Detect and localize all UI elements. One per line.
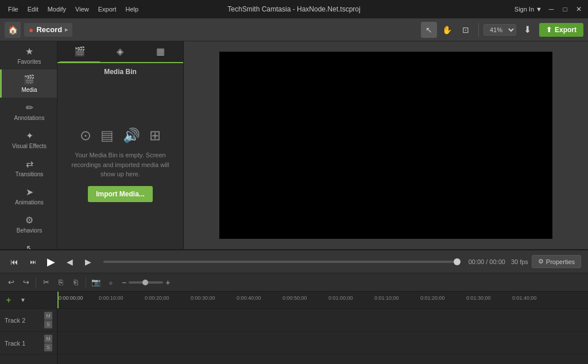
download-button[interactable]: ⬇ bbox=[520, 22, 536, 38]
step-back-button[interactable]: ⏭ bbox=[25, 254, 40, 269]
record-dot-icon: ● bbox=[29, 25, 33, 34]
record-button[interactable]: ● Record ▸ bbox=[24, 23, 72, 37]
ruler-mark-0: 0:00:00;00 bbox=[59, 295, 83, 301]
time-display: 00:00 / 00:00 bbox=[469, 258, 505, 265]
sidebar-item-label-transitions: Transitions bbox=[16, 171, 44, 177]
sidebar-item-behaviors[interactable]: ⚙ Behaviors bbox=[0, 210, 57, 238]
zoom-in-button[interactable]: + bbox=[165, 278, 170, 287]
sidebar-item-visual-effects[interactable]: ✦ Visual Effects bbox=[0, 126, 57, 154]
split-button[interactable]: ⬦ bbox=[105, 276, 117, 289]
favorites-icon: ★ bbox=[25, 46, 33, 57]
add-track-button[interactable]: + bbox=[2, 294, 15, 307]
empty-media-text: Your Media Bin is empty. Screen recordin… bbox=[69, 150, 172, 179]
annotations-icon: ✏ bbox=[26, 102, 33, 113]
media-panel: 🎬 ◈ ▦ Media Bin ⊙ ▤ 🔊 ⊞ Your Media Bin i… bbox=[57, 41, 184, 249]
ruler-mark-6: 0:01:00;00 bbox=[328, 295, 353, 301]
sidebar-item-media[interactable]: 🎬 Media bbox=[0, 69, 57, 98]
menu-edit[interactable]: Edit bbox=[24, 5, 42, 14]
fps-display: 30 fps bbox=[511, 258, 528, 265]
tl-sep-2 bbox=[86, 277, 86, 288]
minimize-button[interactable]: ─ bbox=[547, 5, 556, 14]
playback-bar: ⏮ ⏭ ▶ ◀ ▶ 00:00 / 00:00 30 fps ⚙ Propert… bbox=[0, 250, 588, 273]
window-title: TechSmith Camtasia - HaxNode.Net.tscproj bbox=[227, 5, 360, 13]
main-area: ★ Favorites 🎬 Media ✏ Annotations ✦ Visu… bbox=[0, 41, 588, 249]
sidebar-item-label-media: Media bbox=[21, 87, 37, 93]
ruler-mark-2: 0:00:20;00 bbox=[145, 295, 169, 301]
sidebar-item-transitions[interactable]: ⇄ Transitions bbox=[0, 154, 57, 182]
title-bar-controls: Sign In ▼ ─ □ ✕ bbox=[514, 5, 583, 14]
menu-export[interactable]: Export bbox=[95, 5, 120, 14]
sidebar-item-animations[interactable]: ➤ Animations bbox=[0, 182, 57, 210]
track-header-2: Track 2 M S bbox=[0, 309, 57, 332]
skip-back-button[interactable]: ⏮ bbox=[7, 254, 22, 269]
transitions-icon: ⇄ bbox=[26, 158, 33, 169]
track-1-mute[interactable]: M bbox=[44, 335, 52, 343]
track-1-solo[interactable]: S bbox=[44, 343, 52, 351]
move-tool-button[interactable]: ✋ bbox=[439, 22, 455, 38]
undo-button[interactable]: ↩ bbox=[5, 276, 17, 289]
gear-icon: ⚙ bbox=[538, 258, 544, 265]
next-frame-button[interactable]: ▶ bbox=[80, 254, 95, 269]
toolbar-separator bbox=[478, 23, 479, 37]
sidebar-item-label-annotations: Annotations bbox=[14, 115, 45, 121]
progress-thumb[interactable] bbox=[454, 258, 461, 265]
panel-tabs: 🎬 ◈ ▦ bbox=[57, 41, 183, 63]
title-bar: File Edit Modify View Export Help TechSm… bbox=[0, 0, 588, 18]
prev-frame-button[interactable]: ◀ bbox=[62, 254, 77, 269]
play-button[interactable]: ▶ bbox=[44, 254, 59, 269]
recording-icon: ⊙ bbox=[80, 127, 91, 144]
close-button[interactable]: ✕ bbox=[574, 5, 583, 14]
home-button[interactable]: 🏠 bbox=[5, 22, 21, 38]
menu-help[interactable]: Help bbox=[122, 5, 142, 14]
menu-modify[interactable]: Modify bbox=[44, 5, 69, 14]
crop-tool-button[interactable]: ⊡ bbox=[458, 22, 474, 38]
menu-view[interactable]: View bbox=[72, 5, 92, 14]
sign-in-button[interactable]: Sign In ▼ bbox=[514, 6, 542, 13]
export-button[interactable]: ⬆ Export bbox=[539, 23, 583, 37]
redo-button[interactable]: ↪ bbox=[20, 276, 32, 289]
video-icon: ▤ bbox=[100, 127, 114, 144]
zoom-slider-container: − + bbox=[122, 278, 170, 287]
track-2-controls: M S bbox=[44, 312, 52, 328]
zoom-thumb[interactable] bbox=[142, 280, 148, 285]
bottom-area: ⏮ ⏭ ▶ ◀ ▶ 00:00 / 00:00 30 fps ⚙ Propert… bbox=[0, 249, 588, 364]
copy-button[interactable]: ⎘ bbox=[55, 276, 67, 289]
properties-button[interactable]: ⚙ Properties bbox=[532, 255, 581, 268]
menu-file[interactable]: File bbox=[5, 5, 22, 14]
menu-bar: File Edit Modify View Export Help bbox=[5, 5, 142, 14]
paste-button[interactable]: ⎗ bbox=[69, 276, 82, 289]
track-lanes bbox=[57, 309, 588, 364]
ruler-mark-9: 0:01:30;00 bbox=[466, 295, 491, 301]
sidebar-item-favorites[interactable]: ★ Favorites bbox=[0, 41, 57, 69]
sidebar-item-annotations[interactable]: ✏ Annotations bbox=[0, 98, 57, 126]
panel-tab-media[interactable]: 🎬 bbox=[60, 41, 100, 63]
tl-sep-1 bbox=[36, 277, 36, 288]
snapshot-button[interactable]: 📷 bbox=[90, 276, 102, 289]
zoom-select[interactable]: 41% bbox=[483, 24, 516, 36]
zoom-out-button[interactable]: − bbox=[122, 278, 126, 287]
panel-tab-charts[interactable]: ▦ bbox=[141, 41, 181, 63]
import-media-button[interactable]: Import Media... bbox=[88, 186, 153, 202]
zoom-track[interactable] bbox=[129, 281, 163, 284]
ruler-mark-3: 0:00:30;00 bbox=[191, 295, 215, 301]
media-icon: 🎬 bbox=[24, 74, 35, 85]
title-bar-left: File Edit Modify View Export Help bbox=[5, 5, 142, 14]
timeline-toolbar: ↩ ↪ ✂ ⎘ ⎗ 📷 ⬦ − + bbox=[0, 273, 588, 292]
cut-button[interactable]: ✂ bbox=[40, 276, 52, 289]
ruler-mark-8: 0:01:20;00 bbox=[420, 295, 445, 301]
panel-tab-clips[interactable]: ◈ bbox=[100, 41, 140, 63]
preview-area bbox=[184, 41, 588, 249]
select-tool-button[interactable]: ↖ bbox=[421, 22, 437, 38]
collapse-tracks-button[interactable]: ▼ bbox=[17, 294, 29, 307]
panel-content: ⊙ ▤ 🔊 ⊞ Your Media Bin is empty. Screen … bbox=[57, 80, 183, 249]
maximize-button[interactable]: □ bbox=[560, 5, 570, 14]
playhead bbox=[57, 292, 59, 308]
track-2-solo[interactable]: S bbox=[44, 320, 52, 328]
sidebar-item-label-visual-effects: Visual Effects bbox=[12, 143, 47, 149]
toolbar-right: ⬇ ⬆ Export bbox=[520, 22, 583, 38]
track-2-mute[interactable]: M bbox=[44, 312, 52, 320]
properties-label: Properties bbox=[546, 258, 575, 265]
sidebar-item-cursor-effects[interactable]: ↖ Cursor Effects bbox=[0, 238, 57, 249]
media-type-icons: ⊙ ▤ 🔊 ⊞ bbox=[80, 127, 161, 144]
progress-bar[interactable] bbox=[103, 261, 461, 263]
